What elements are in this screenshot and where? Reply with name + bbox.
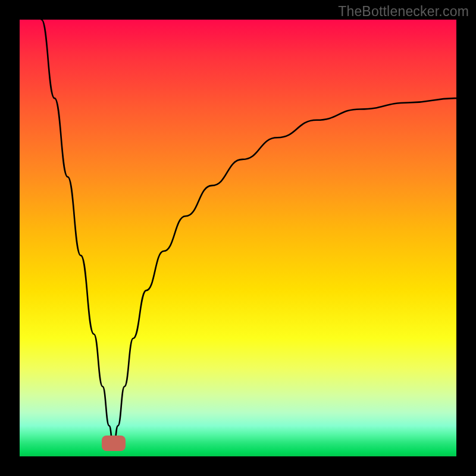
min-marker bbox=[102, 436, 126, 451]
plot-area bbox=[20, 20, 456, 456]
chart-frame: TheBottlenecker.com bbox=[0, 0, 476, 476]
watermark-text: TheBottlenecker.com bbox=[338, 4, 469, 20]
curve-layer bbox=[20, 20, 456, 456]
bottleneck-curve bbox=[42, 20, 456, 447]
